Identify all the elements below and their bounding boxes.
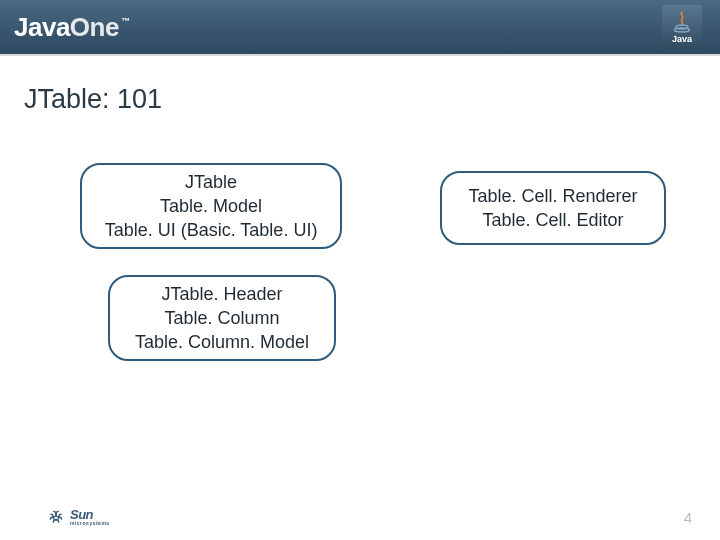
box-line: JTable — [185, 170, 237, 194]
sun-glyph-icon — [46, 507, 66, 527]
page-number: 4 — [684, 509, 692, 526]
box-line: Table. Cell. Renderer — [468, 184, 637, 208]
box-line: JTable. Header — [161, 282, 282, 306]
box-cell-renderer: Table. Cell. Renderer Table. Cell. Edito… — [440, 171, 666, 245]
box-line: Table. Column — [164, 306, 279, 330]
javaone-logo: JavaOne™ — [14, 12, 130, 43]
logo-one: One — [70, 12, 119, 43]
box-table-header: JTable. Header Table. Column Table. Colu… — [108, 275, 336, 361]
box-line: Table. Cell. Editor — [482, 208, 623, 232]
box-line: Table. Column. Model — [135, 330, 309, 354]
java-cup-icon: Java — [662, 5, 702, 49]
header-bar: JavaOne™ Java — [0, 0, 720, 56]
box-jtable-core: JTable Table. Model Table. UI (Basic. Ta… — [80, 163, 342, 249]
footer: Sun microsystems 4 — [0, 494, 720, 540]
box-line: Table. Model — [160, 194, 262, 218]
logo-tm: ™ — [121, 16, 130, 26]
sun-logo: Sun microsystems — [46, 507, 110, 527]
box-line: Table. UI (Basic. Table. UI) — [105, 218, 318, 242]
java-cup-label: Java — [672, 34, 692, 44]
logo-java: Java — [14, 12, 70, 43]
slide-content: JTable Table. Model Table. UI (Basic. Ta… — [0, 115, 720, 475]
slide-title: JTable: 101 — [24, 84, 720, 115]
svg-point-1 — [675, 28, 690, 32]
svg-rect-2 — [46, 507, 66, 527]
sun-text-bot: microsystems — [70, 521, 110, 526]
